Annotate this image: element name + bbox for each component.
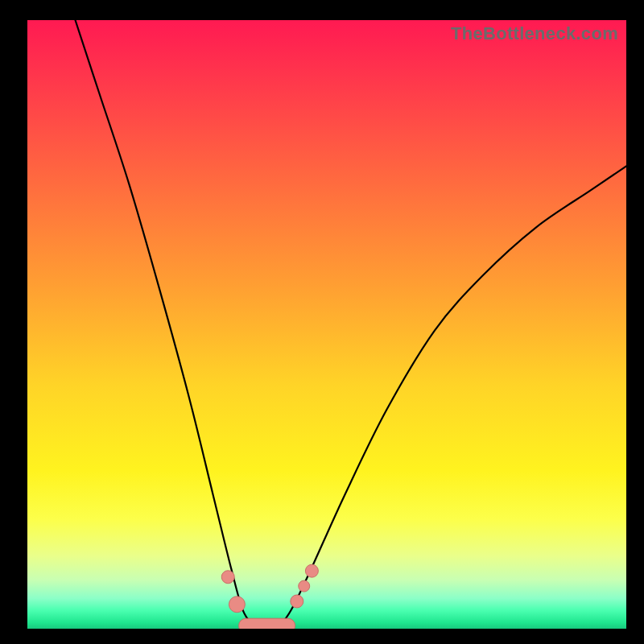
marker-dot (299, 580, 310, 592)
marker-dot (229, 597, 245, 613)
marker-group (221, 564, 318, 629)
marker-dot (221, 571, 234, 584)
plot-area: TheBottleneck.com (27, 20, 626, 629)
outer-frame: TheBottleneck.com (0, 0, 644, 644)
bottleneck-curve (76, 20, 626, 629)
marker-dot (305, 564, 318, 577)
marker-dot (291, 595, 303, 608)
marker-bar (239, 618, 295, 629)
chart-svg (27, 20, 626, 629)
